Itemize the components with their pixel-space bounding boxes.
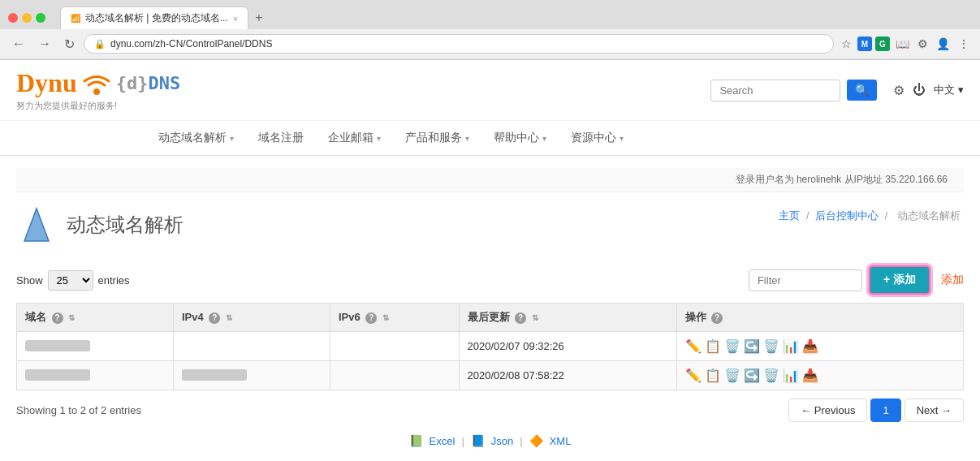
page-content: Dynu {d}DNS 努力为您提供最好的服务! 🔍: [0, 60, 980, 461]
logo-tagline: 努力为您提供最好的服务!: [16, 100, 180, 112]
delete-red-icon-1[interactable]: 🗑️: [763, 338, 779, 354]
settings-icon-2[interactable]: 📋: [705, 368, 721, 383]
address-bar[interactable]: 🔒 dynu.com/zh-CN/ControlPanel/DDNS: [84, 34, 834, 54]
redirect-icon-1[interactable]: ↪️: [744, 338, 760, 354]
table-row: 2020/02/08 07:58:22 ✏️ 📋 🗑️ ↪️ 🗑️ 📊 📥: [17, 361, 964, 390]
edit-icon-1[interactable]: ✏️: [685, 338, 702, 354]
login-info-bar: 登录用户名为 herolinehk 从IP地址 35.220.166.66: [16, 168, 964, 192]
filter-input[interactable]: [749, 269, 862, 291]
table-row: 2020/02/07 09:32:26 ✏️ 📋 🗑️ ↪️ 🗑️ 📊 📥: [17, 332, 964, 361]
site-header: Dynu {d}DNS 努力为您提供最好的服务! 🔍: [0, 60, 980, 121]
domain-help-icon[interactable]: ?: [52, 312, 63, 324]
tab-close-btn[interactable]: ×: [233, 14, 238, 24]
xml-link[interactable]: XML: [550, 435, 572, 447]
minimize-dot[interactable]: [22, 13, 32, 23]
logo-area: Dynu {d}DNS 努力为您提供最好的服务!: [16, 68, 180, 112]
svg-point-0: [93, 88, 100, 95]
ipv4-help-icon[interactable]: ?: [209, 312, 220, 324]
sep2: |: [520, 435, 522, 447]
header-right: 🔍 ⚙ ⏻ 中文 ▾: [710, 80, 964, 101]
new-tab-btn[interactable]: +: [248, 6, 269, 29]
nav-link-ddns[interactable]: 动态域名解析 ▾: [146, 121, 246, 155]
active-tab[interactable]: 📶 动态域名解析 | 免费的动态域名... ×: [60, 6, 248, 29]
back-btn[interactable]: ←: [8, 35, 29, 53]
col-header-updated: 最后更新 ? ⇅: [459, 304, 676, 332]
browser-toolbar: ← → ↻ 🔒 dynu.com/zh-CN/ControlPanel/DDNS…: [0, 29, 980, 59]
logo-dynu: Dynu: [16, 68, 77, 98]
add-annotation: 添加: [941, 273, 964, 287]
maximize-dot[interactable]: [36, 13, 45, 23]
nav-link-domain[interactable]: 域名注册: [246, 121, 316, 155]
trash-icon-2[interactable]: 🗑️: [724, 368, 740, 383]
table-footer: Showing 1 to 2 of 2 entries ← Previous 1…: [16, 399, 964, 422]
prev-btn[interactable]: ← Previous: [788, 399, 867, 422]
power-icon-btn[interactable]: ⏻: [913, 83, 926, 97]
updated-help-icon[interactable]: ?: [515, 312, 526, 324]
close-dot[interactable]: [8, 13, 18, 23]
action-icons-1: ✏️ 📋 🗑️ ↪️ 🗑️ 📊 📥: [685, 338, 955, 354]
menu-btn[interactable]: ⋮: [956, 35, 972, 53]
nav-arrow-products: ▾: [465, 134, 469, 143]
row2-ipv4: [173, 361, 330, 390]
domain-blurred-1: [25, 340, 90, 351]
url-text: dynu.com/zh-CN/ControlPanel/DDNS: [110, 38, 272, 50]
table-controls-top: Show 25 50 100 entries + 添加 添加: [16, 265, 964, 295]
main-area: 登录用户名为 herolinehk 从IP地址 35.220.166.66 动态…: [0, 156, 980, 461]
breadcrumb: 主页 / 后台控制中心 / 动态域名解析: [779, 209, 964, 223]
search-button[interactable]: 🔍: [847, 80, 877, 101]
breadcrumb-sep2: /: [885, 209, 891, 222]
trash-icon-1[interactable]: 🗑️: [724, 338, 740, 354]
next-btn[interactable]: Next →: [904, 399, 964, 422]
entries-select[interactable]: 25 50 100: [48, 270, 93, 291]
add-button[interactable]: + 添加: [869, 265, 930, 295]
delete-red-icon-2[interactable]: 🗑️: [763, 368, 779, 383]
settings-icon-btn[interactable]: ⚙: [893, 83, 904, 98]
json-link[interactable]: Json: [491, 435, 513, 447]
export-bar: 📗 Excel | 📘 Json | 🔶 XML: [16, 422, 964, 455]
page-header: 动态域名解析: [16, 205, 183, 245]
filter-add-area: + 添加 添加: [749, 265, 964, 295]
grid-icon-1[interactable]: 📊: [783, 338, 799, 354]
nav-link-products[interactable]: 产品和服务 ▾: [393, 121, 481, 155]
header-top: Dynu {d}DNS 努力为您提供最好的服务! 🔍: [16, 60, 964, 120]
browser-tabs: 📶 动态域名解析 | 免费的动态域名... × +: [60, 6, 270, 29]
page-1-btn[interactable]: 1: [870, 399, 900, 422]
nav-item-resources: 资源中心 ▾: [559, 121, 636, 155]
excel-link[interactable]: Excel: [430, 435, 455, 447]
nav-link-resources[interactable]: 资源中心 ▾: [559, 121, 636, 155]
edit-icon-2[interactable]: ✏️: [685, 368, 702, 383]
breadcrumb-home[interactable]: 主页: [779, 209, 800, 222]
settings-icon-1[interactable]: 📋: [705, 338, 721, 354]
nav-link-email[interactable]: 企业邮箱 ▾: [316, 121, 393, 155]
xml-icon: 🔶: [529, 434, 543, 447]
nav-arrow-help: ▾: [542, 134, 546, 143]
show-label: Show: [16, 274, 43, 287]
grid-icon-2[interactable]: 📊: [783, 368, 799, 383]
reader-btn[interactable]: 📖: [893, 35, 912, 53]
search-input[interactable]: [710, 80, 840, 101]
row1-actions: ✏️ 📋 🗑️ ↪️ 🗑️ 📊 📥: [676, 332, 963, 361]
settings-ext-btn[interactable]: ⚙: [915, 35, 930, 53]
nav-link-help[interactable]: 帮助中心 ▾: [481, 121, 559, 155]
redirect-icon-2[interactable]: ↪️: [744, 368, 760, 383]
archive-icon-1[interactable]: 📥: [802, 338, 818, 354]
forward-btn[interactable]: →: [34, 35, 55, 53]
ipv6-sort-icon[interactable]: ⇅: [382, 313, 389, 322]
user-avatar[interactable]: 👤: [934, 35, 952, 53]
actions-help-icon[interactable]: ?: [711, 312, 723, 324]
tab-title: 动态域名解析 | 免费的动态域名...: [85, 11, 228, 25]
language-selector[interactable]: 中文 ▾: [934, 83, 964, 97]
breadcrumb-control-panel[interactable]: 后台控制中心: [815, 209, 879, 222]
archive-icon-2[interactable]: 📥: [802, 368, 818, 383]
ext-green-icon[interactable]: G: [875, 37, 890, 51]
updated-sort-icon[interactable]: ⇅: [532, 313, 538, 322]
domain-sort-icon[interactable]: ⇅: [68, 313, 75, 322]
nav-list: 动态域名解析 ▾ 域名注册 企业邮箱 ▾ 产品和服务 ▾: [0, 121, 980, 155]
table-head: 域名 ? ⇅ IPv4 ? ⇅ IPv6 ? ⇅ 最: [17, 304, 964, 332]
refresh-btn[interactable]: ↻: [60, 35, 79, 54]
ipv6-help-icon[interactable]: ?: [365, 312, 377, 324]
nav-arrow-ddns: ▾: [230, 134, 234, 143]
ext-ms-icon[interactable]: M: [857, 37, 872, 51]
bookmark-btn[interactable]: ☆: [839, 35, 854, 53]
ipv4-sort-icon[interactable]: ⇅: [226, 313, 232, 322]
